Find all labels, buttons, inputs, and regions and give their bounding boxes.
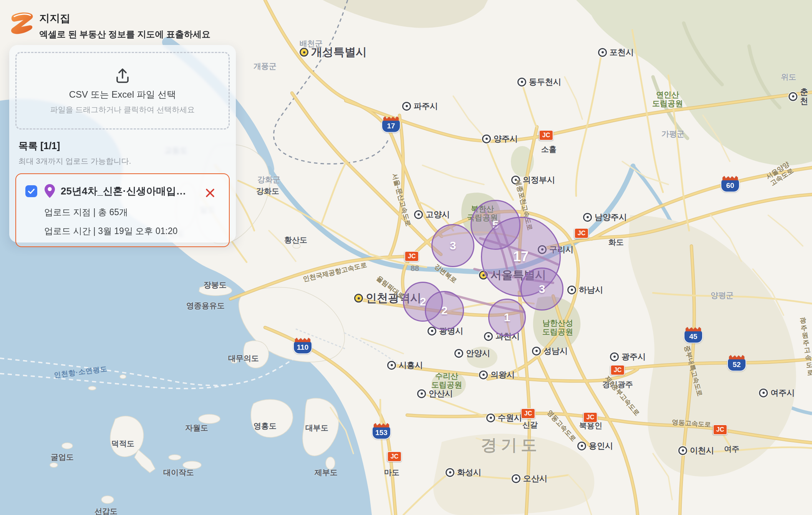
map-pin-icon [45, 184, 55, 198]
check-icon [27, 187, 35, 195]
app-logo-icon [10, 11, 34, 37]
cluster-count: 3 [539, 282, 545, 296]
app-title: 지지집 [39, 12, 210, 25]
cluster-count: 17 [513, 249, 529, 265]
app-brand: 지지집 엑셀로 된 부동산 정보를 지도에 표출하세요 [10, 11, 210, 40]
list-hint: 최대 3개까지 업로드 가능합니다. [18, 156, 227, 166]
upload-icon [114, 67, 131, 85]
dropzone-hint: 파일을 드래그하거나 클릭하여 선택하세요 [50, 105, 195, 115]
list-header: 목록 [1/1] 최대 3개까지 업로드 가능합니다. [18, 140, 227, 166]
cluster-count: 2 [441, 304, 448, 317]
cluster-marker[interactable]: 2 [425, 291, 464, 330]
app-subtitle: 엑셀로 된 부동산 정보를 지도에 표출하세요 [39, 28, 210, 40]
cluster-count: 1 [504, 311, 510, 324]
remove-file-button[interactable] [204, 187, 216, 199]
file-title: 25년4차_신혼·신생아매입… [61, 184, 186, 198]
list-title: 목록 [1/1] [18, 140, 227, 152]
cluster-marker[interactable]: 3 [431, 224, 474, 267]
side-panel: CSV 또는 Excel 파일 선택 파일을 드래그하거나 클릭하여 선택하세요… [9, 45, 236, 243]
file-points-meta: 업로드 지점 | 총 65개 [44, 206, 220, 218]
cluster-marker[interactable]: 3 [520, 267, 563, 311]
file-checkbox[interactable] [25, 185, 37, 197]
cluster-count: 3 [450, 239, 456, 252]
map-viewport[interactable]: 개성특별시서울특별시인천광역시파주시포천시동두천시양주시의정부시남양주시고양시구… [0, 0, 812, 515]
dropzone-label: CSV 또는 Excel 파일 선택 [69, 88, 176, 101]
uploaded-file-card: 25년4차_신혼·신생아매입… 업로드 지점 | 총 65개 업로드 시간 | … [15, 173, 230, 247]
file-dropzone[interactable]: CSV 또는 Excel 파일 선택 파일을 드래그하거나 클릭하여 선택하세요 [15, 52, 230, 130]
file-upload-time-meta: 업로드 시간 | 3월 19일 오후 01:20 [44, 225, 220, 237]
cluster-marker[interactable]: 1 [488, 299, 526, 336]
